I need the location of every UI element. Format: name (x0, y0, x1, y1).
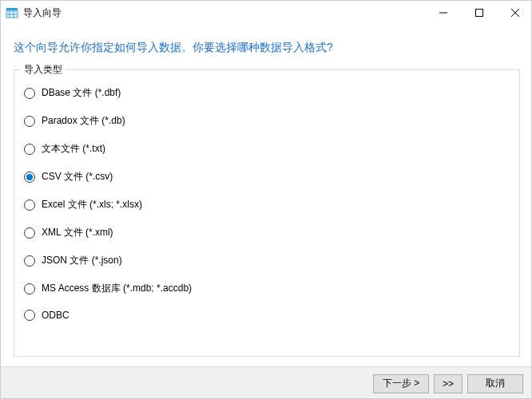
radio-icon (24, 310, 35, 321)
radio-icon (24, 88, 35, 99)
radio-icon (24, 227, 35, 239)
import-type-option[interactable]: JSON 文件 (*.json) (24, 254, 510, 267)
svg-rect-6 (475, 10, 482, 17)
skip-button[interactable]: >> (434, 374, 463, 393)
radio-icon (24, 116, 35, 127)
titlebar: 导入向导 (1, 1, 532, 25)
radio-icon (24, 172, 35, 183)
group-label: 导入类型 (21, 63, 66, 77)
import-type-option[interactable]: CSV 文件 (*.csv) (24, 170, 510, 184)
import-type-option[interactable]: DBase 文件 (*.dbf) (24, 86, 510, 100)
radio-label: MS Access 数据库 (*.mdb; *.accdb) (42, 282, 192, 295)
radio-label: 文本文件 (*.txt) (42, 142, 105, 156)
import-type-group: 导入类型 DBase 文件 (*.dbf)Paradox 文件 (*.db)文本… (14, 69, 520, 357)
radio-icon (24, 283, 35, 294)
import-type-option[interactable]: MS Access 数据库 (*.mdb; *.accdb) (24, 282, 510, 295)
radio-icon (24, 200, 35, 211)
radio-label: XML 文件 (*.xml) (42, 226, 113, 239)
maximize-button[interactable] (461, 1, 497, 25)
cancel-button[interactable]: 取消 (467, 374, 523, 393)
radio-label: Excel 文件 (*.xls; *.xlsx) (42, 198, 142, 211)
radio-label: CSV 文件 (*.csv) (42, 170, 113, 184)
app-icon (6, 6, 18, 19)
import-type-option[interactable]: XML 文件 (*.xml) (24, 226, 510, 239)
radio-icon (24, 144, 35, 155)
import-type-option[interactable]: Excel 文件 (*.xls; *.xlsx) (24, 198, 510, 211)
footer-bar: 下一步 > >> 取消 (1, 366, 532, 399)
radio-label: DBase 文件 (*.dbf) (42, 86, 121, 100)
close-button[interactable] (497, 1, 532, 25)
next-button[interactable]: 下一步 > (373, 374, 429, 393)
radio-label: JSON 文件 (*.json) (42, 254, 122, 267)
import-type-option[interactable]: 文本文件 (*.txt) (24, 142, 510, 156)
import-type-option[interactable]: ODBC (24, 310, 510, 321)
minimize-button[interactable] (425, 1, 461, 25)
radio-label: ODBC (42, 310, 69, 321)
svg-rect-0 (6, 8, 18, 10)
radio-label: Paradox 文件 (*.db) (42, 114, 125, 128)
radio-icon (24, 255, 35, 267)
window-title: 导入向导 (23, 6, 62, 20)
wizard-heading: 这个向导允许你指定如何导入数据。你要选择哪种数据导入格式? (14, 38, 520, 69)
content-area: 这个向导允许你指定如何导入数据。你要选择哪种数据导入格式? 导入类型 DBase… (1, 25, 532, 357)
import-type-option[interactable]: Paradox 文件 (*.db) (24, 114, 510, 128)
